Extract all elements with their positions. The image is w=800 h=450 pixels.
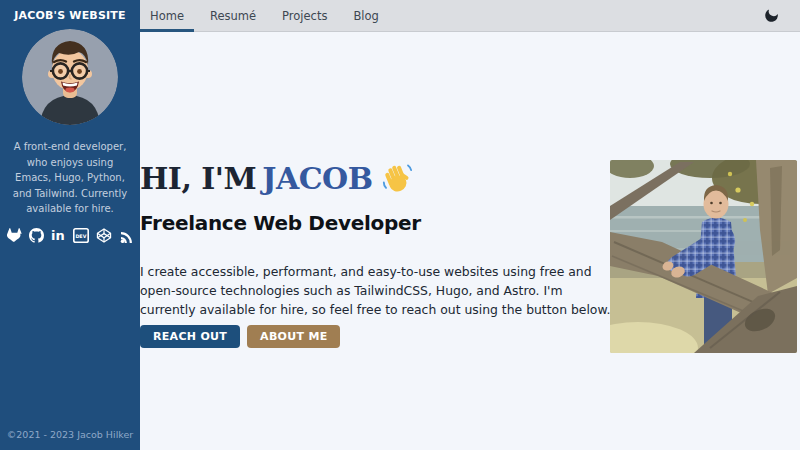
dark-mode-toggle[interactable] [763, 0, 780, 31]
profile-photo-illustration [610, 160, 797, 353]
moon-icon [763, 7, 780, 24]
site-title[interactable]: JACOB'S WEBSITE [14, 9, 126, 22]
hero-greeting-prefix: HI, I'M [140, 161, 256, 196]
avatar [22, 29, 118, 125]
hero-paragraph: I create accessible, performant, and eas… [140, 262, 616, 320]
gitlab-icon[interactable] [7, 228, 22, 242]
linkedin-glyph: in [51, 228, 65, 243]
sidebar: JACOB'S WEBSITE [0, 0, 140, 450]
hero-buttons: REACH OUT ABOUT ME [140, 325, 340, 348]
nav-item-home[interactable]: Home [140, 0, 194, 31]
reach-out-button[interactable]: REACH OUT [140, 325, 240, 348]
github-icon[interactable] [29, 228, 44, 243]
hero-subtitle: Freelance Web Developer [140, 211, 421, 235]
social-links: in DEV [7, 228, 134, 243]
linkedin-icon[interactable]: in [51, 228, 66, 243]
avatar-illustration [22, 29, 118, 125]
about-me-button[interactable]: ABOUT ME [247, 325, 340, 348]
waving-hand-icon [379, 162, 415, 196]
codepen-icon[interactable] [96, 228, 112, 243]
hero-greeting-name: JACOB [262, 161, 372, 196]
bio-text: A front-end developer, who enjoys using … [0, 139, 140, 217]
dev-glyph: DEV [75, 233, 86, 238]
rss-icon[interactable] [119, 228, 134, 243]
nav-item-blog[interactable]: Blog [343, 0, 388, 31]
profile-photo [610, 160, 797, 353]
top-navbar: Home Resumé Projects Blog [140, 0, 800, 32]
hero-heading: HI, I'M JACOB [140, 161, 415, 196]
dev-icon[interactable]: DEV [73, 228, 89, 243]
copyright: ©2021 - 2023 Jacob Hilker [0, 429, 140, 440]
nav-item-resume[interactable]: Resumé [200, 0, 266, 31]
nav-item-projects[interactable]: Projects [272, 0, 337, 31]
